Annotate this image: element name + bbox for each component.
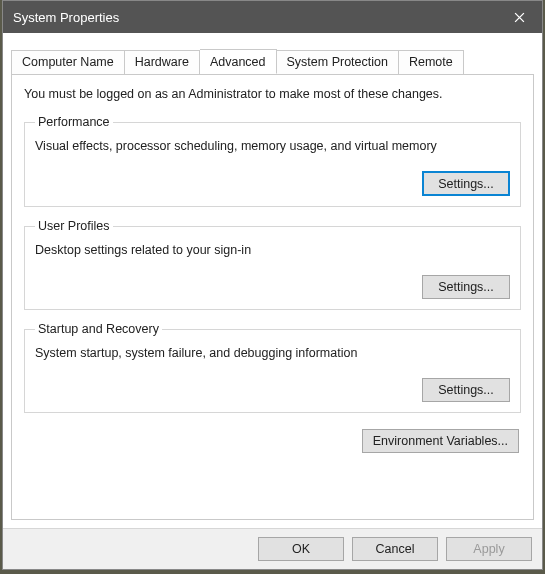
tab-system-protection[interactable]: System Protection: [277, 50, 399, 75]
titlebar: System Properties: [3, 1, 542, 33]
window-title: System Properties: [13, 10, 119, 25]
system-properties-window: System Properties Computer Name Hardware…: [2, 0, 543, 570]
close-icon: [514, 12, 525, 23]
group-performance-desc: Visual effects, processor scheduling, me…: [35, 139, 510, 153]
cancel-button[interactable]: Cancel: [352, 537, 438, 561]
group-startup-recovery-desc: System startup, system failure, and debu…: [35, 346, 510, 360]
group-user-profiles: User Profiles Desktop settings related t…: [24, 219, 521, 310]
group-startup-recovery: Startup and Recovery System startup, sys…: [24, 322, 521, 413]
apply-button[interactable]: Apply: [446, 537, 532, 561]
tab-computer-name[interactable]: Computer Name: [11, 50, 125, 75]
intro-text: You must be logged on as an Administrato…: [24, 87, 521, 101]
environment-variables-button[interactable]: Environment Variables...: [362, 429, 519, 453]
group-user-profiles-desc: Desktop settings related to your sign-in: [35, 243, 510, 257]
tab-strip: Computer Name Hardware Advanced System P…: [11, 49, 534, 74]
tab-panel-advanced: You must be logged on as an Administrato…: [11, 74, 534, 520]
group-performance-legend: Performance: [35, 115, 113, 129]
startup-recovery-settings-button[interactable]: Settings...: [422, 378, 510, 402]
tab-hardware[interactable]: Hardware: [125, 50, 200, 75]
dialog-footer: OK Cancel Apply: [3, 528, 542, 569]
user-profiles-settings-button[interactable]: Settings...: [422, 275, 510, 299]
tab-remote[interactable]: Remote: [399, 50, 464, 75]
group-user-profiles-legend: User Profiles: [35, 219, 113, 233]
ok-button[interactable]: OK: [258, 537, 344, 561]
tab-advanced[interactable]: Advanced: [200, 49, 277, 74]
group-startup-recovery-legend: Startup and Recovery: [35, 322, 162, 336]
close-button[interactable]: [497, 1, 542, 33]
group-performance: Performance Visual effects, processor sc…: [24, 115, 521, 207]
client-area: Computer Name Hardware Advanced System P…: [3, 33, 542, 528]
performance-settings-button[interactable]: Settings...: [422, 171, 510, 196]
